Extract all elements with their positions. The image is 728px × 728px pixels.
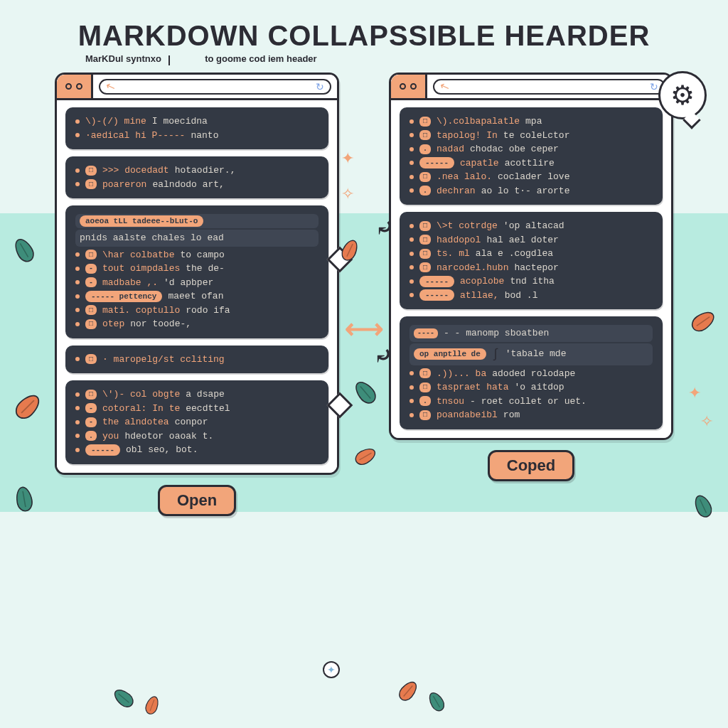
code-block: ---- - - manomp sboatbenop anptlle de∫ '… (400, 316, 663, 429)
settings-callout: ⚙ (658, 71, 707, 119)
code-line: . dechran ao lo t·- arorte (410, 184, 653, 198)
code-token: pnids aalste chales lo ead (80, 231, 224, 245)
open-button[interactable]: Open (158, 485, 236, 516)
code-line: - madbabe ,. 'd apbper (75, 276, 318, 290)
refresh-icon[interactable]: ↻ (650, 81, 658, 92)
pill-badge: □ (419, 117, 431, 127)
pill-badge: ----- (419, 157, 454, 168)
pill-badge: □ (419, 249, 431, 259)
code-line: □ poareron ealndodo art, (75, 178, 318, 192)
pill-badge: . (419, 186, 431, 196)
code-token: hal ael doter (486, 233, 558, 247)
code-line: □\har colbatbe to campo (75, 248, 318, 262)
code-token: rodo ifa (186, 304, 230, 318)
curl-icon: ∫ (492, 345, 500, 364)
coped-button[interactable]: Coped (488, 450, 574, 481)
refresh-icon[interactable]: ↻ (316, 81, 324, 92)
code-token-orange: .))... ba (437, 367, 486, 381)
code-line: □ \>t cotrdge 'op altacad (410, 219, 653, 233)
code-token-orange: poareron (102, 178, 146, 192)
code-line: ----- pettency maeet ofan (75, 289, 318, 304)
code-token-orange: dechran (437, 184, 476, 198)
code-block: □\')- col obgte a dsape- cotoral: In te … (65, 380, 328, 464)
address-bar[interactable]: ↖ ↻ (433, 79, 665, 95)
code-line: □ts. ml ala e .cogdlea (410, 247, 653, 261)
code-token: 'd apbper (164, 276, 213, 290)
code-line: □ .))... ba adoded rolodape (410, 367, 653, 381)
dot-icon (410, 83, 417, 90)
code-line: □ mati. coptullo rodo ifa (75, 304, 318, 318)
code-token: 'op altacad (503, 219, 564, 233)
code-line: ---- - - manomp sboatben (410, 325, 653, 342)
left-column: ↖ ↻ \)-(/) mine I moecidna·aedical hi P-… (55, 73, 339, 516)
pill-badge: □ (419, 368, 431, 378)
code-token: eecdttel (186, 402, 230, 416)
code-token: - roet collet or uet. (470, 395, 587, 409)
code-line: ----- atllae, bod .l (410, 289, 653, 303)
code-token-orange: \>t cotrdge (437, 219, 498, 233)
page-curl-icon: ⤾ (376, 215, 394, 240)
window-controls[interactable] (57, 75, 93, 98)
window-controls[interactable] (391, 75, 427, 98)
code-line: ·aedical hi P----- nanto (75, 129, 318, 143)
sparkle-icon: ✦ (341, 149, 354, 168)
code-block: □\).colbapalatle mpa□ tapolog! In te col… (400, 107, 663, 205)
pill-badge: □ (85, 319, 97, 329)
code-token: hactepor (514, 261, 558, 275)
pill-badge: □ (85, 179, 97, 189)
code-token-orange: acoplobe (460, 274, 504, 289)
code-token: hdeotor oaoak t. (124, 429, 213, 444)
code-line: - tout oimpdales the de- (75, 262, 318, 276)
code-token: ao lo t·- arorte (481, 184, 570, 198)
code-block: □· maropelg/st ccliting (65, 346, 328, 374)
code-token-orange: ·aedical hi P----- (85, 129, 185, 143)
browser-window-right: ↖ ↻ □\).colbapalatle mpa□ tapolog! In te… (389, 73, 673, 440)
pill-badge: - (85, 403, 97, 413)
pill-badge: - (85, 277, 97, 287)
code-token-orange: capatle (460, 156, 499, 171)
pill-badge: ----- (85, 444, 120, 456)
pill-badge: □ (419, 382, 431, 392)
code-token-orange: taspraet hata (437, 380, 508, 395)
code-token: nanto (191, 129, 218, 143)
right-column: ↖ ↻ □\).colbapalatle mpa□ tapolog! In te… (389, 73, 673, 516)
code-line: □ taspraet hata 'o aitdop (410, 380, 653, 395)
pill-badge: ----- (419, 289, 454, 301)
pill-badge: ---- (414, 328, 438, 338)
code-line: □ otep nor toode-, (75, 317, 318, 331)
code-token-orange: nadad (437, 142, 464, 156)
code-token-orange: \har colbatbe (102, 248, 174, 262)
code-token: to campo (180, 248, 224, 262)
pill-badge: □ (419, 221, 431, 231)
gear-icon: ⚙ (670, 80, 695, 111)
subtitle-2: to goome cod iem header (205, 53, 316, 64)
code-token: 'tabale mde (505, 347, 567, 361)
code-line: □ narcodel.hubn hactepor (410, 261, 653, 275)
code-token: conpor (175, 415, 208, 429)
code-token: te coleLctor (503, 129, 570, 143)
code-token-orange: >>> docedadt (102, 164, 169, 178)
code-token: rom (503, 408, 520, 422)
code-token: coclader love (498, 170, 569, 184)
code-token-orange: otep (102, 317, 124, 331)
code-line: aoeoa tLL tadeee--bLut-o (75, 214, 318, 228)
browser-body-right: □\).colbapalatle mpa□ tapolog! In te col… (391, 100, 671, 438)
browser-window-left: ↖ ↻ \)-(/) mine I moecidna·aedical hi P-… (55, 73, 339, 475)
code-line: -the alndotea conpor (75, 415, 318, 429)
code-token: obl seo, bot. (126, 443, 198, 457)
code-token: tnd itha (510, 274, 554, 289)
code-token: nor toode-, (130, 317, 191, 331)
code-token: hotaodier., (175, 164, 236, 178)
leaf-icon (144, 695, 161, 717)
pill-badge: . (85, 431, 97, 441)
code-line: ----- capatle acottlire (410, 156, 653, 171)
code-token-orange: madbabe ,. (102, 276, 158, 290)
star-badge-icon: ✦ (323, 661, 340, 678)
leaf-icon (426, 690, 447, 714)
code-line: op anptlle de∫ 'tabale mde (410, 343, 653, 365)
code-token-orange: tout oimpdales (102, 262, 180, 276)
arrow-icon: ↖ (438, 78, 451, 94)
address-bar[interactable]: ↖ ↻ (99, 79, 331, 95)
code-token-orange: haddopol (437, 233, 481, 247)
code-token: chodac obe ceper (470, 142, 559, 156)
